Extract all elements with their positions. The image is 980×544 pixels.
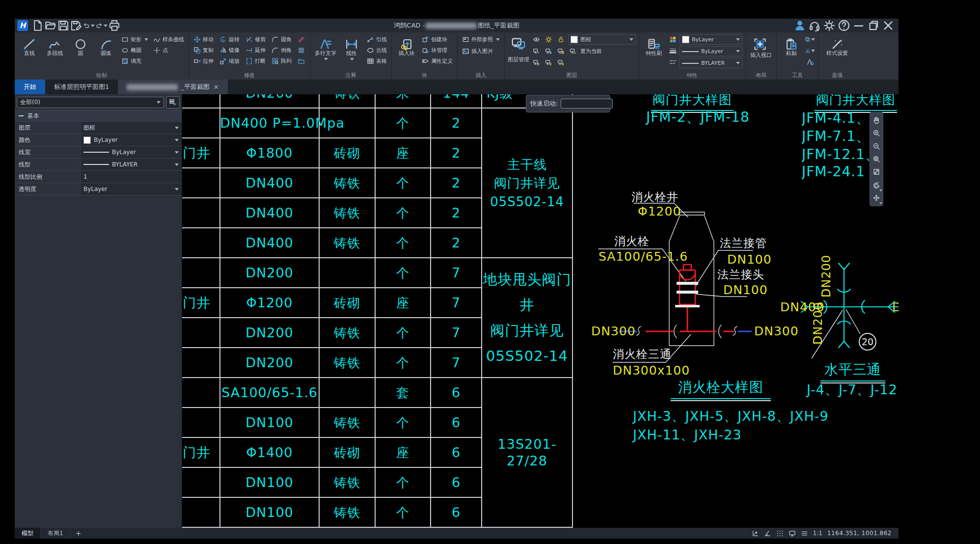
spline-button[interactable]: 样条曲线 — [152, 34, 186, 45]
orbit-icon[interactable] — [871, 180, 882, 190]
linetype-dropdown[interactable]: BYLAYER — [680, 58, 742, 68]
menu-icon[interactable] — [801, 530, 808, 537]
insert-block-button[interactable]: 插入块 — [395, 34, 418, 72]
attribute-define-button[interactable]: 属性定义 — [420, 56, 454, 66]
lineweight-dropdown[interactable]: ByLayer — [680, 46, 742, 56]
minimize-icon[interactable] — [852, 20, 865, 31]
linetype-value-dropdown[interactable]: BYLAYER — [81, 159, 182, 170]
color-dropdown[interactable]: ByLayer — [680, 34, 742, 45]
sun-icon[interactable] — [544, 35, 553, 45]
layer-off-icon[interactable] — [531, 46, 541, 56]
linetype-icon[interactable] — [668, 57, 678, 67]
set-current-button[interactable]: 置为当前 — [580, 48, 602, 55]
layer-walk-icon[interactable] — [556, 57, 566, 67]
layer-value-dropdown[interactable]: 图框 — [81, 122, 182, 134]
layer-isolate-icon[interactable] — [531, 57, 541, 67]
grid-icon[interactable] — [776, 530, 784, 537]
rectangle-blue-icon[interactable] — [296, 46, 306, 55]
zoom-window-icon[interactable] — [871, 154, 882, 164]
copy-button[interactable]: 复制 — [192, 45, 215, 55]
pen-icon[interactable] — [296, 35, 306, 45]
folder-icon[interactable] — [296, 56, 306, 66]
style-settings-button[interactable]: 样式设置 — [821, 34, 853, 72]
move-button[interactable]: 移动 — [192, 34, 215, 45]
eye-icon[interactable] — [531, 35, 541, 45]
paste-button[interactable]: 粘贴 — [780, 34, 803, 72]
insert-viewport-button[interactable]: 插入视口 — [749, 34, 773, 72]
polyline-button[interactable]: 多段线 — [43, 34, 67, 72]
point-button[interactable]: 点 — [152, 45, 186, 55]
layer-unisolate-icon[interactable] — [544, 57, 553, 67]
ellipse-button[interactable]: 椭圆 — [120, 45, 150, 55]
table-button[interactable]: 表格 — [365, 56, 388, 66]
layout1-tab[interactable]: 布局1 — [41, 528, 71, 539]
angle-icon[interactable] — [764, 530, 771, 537]
transparency-value-dropdown[interactable]: ByLayer — [81, 183, 182, 195]
color-value-dropdown[interactable]: ByLayer — [81, 134, 182, 146]
mtext-button[interactable]: 多行文字 — [313, 34, 338, 72]
display-icon[interactable] — [789, 530, 796, 537]
trim-button[interactable]: 修剪 — [244, 34, 267, 45]
lineweight-icon[interactable] — [668, 46, 678, 55]
rectangle-button[interactable]: 矩形 — [120, 34, 150, 45]
fillet-button[interactable]: 圆角 — [270, 34, 293, 45]
tab-start[interactable]: 开始 — [15, 80, 45, 94]
stretch-button[interactable]: 拉伸 — [192, 56, 215, 66]
xref-button[interactable]: 外部参照 — [461, 34, 501, 45]
open-icon[interactable] — [45, 20, 56, 31]
hatch-button[interactable]: 填充 — [120, 56, 150, 66]
match-properties-button[interactable]: 特性刷 — [642, 34, 666, 72]
quick-select-button[interactable] — [166, 96, 180, 109]
block-manager-button[interactable]: 块管理 — [420, 45, 454, 55]
zoom-out-icon[interactable] — [871, 141, 882, 152]
tab-plan-drawing[interactable]: 标准层照明平面图1 — [45, 80, 118, 94]
arc-button[interactable]: 圆弧 — [94, 34, 118, 72]
selection-filter-dropdown[interactable]: 全部(0) — [17, 97, 164, 108]
help-icon[interactable] — [838, 20, 850, 31]
drawing-canvas[interactable]: DN200铸铁米144KJ级DN400 P=1.0Mpa个2阀门井Φ1800砖砌… — [182, 94, 898, 528]
rotate-button[interactable]: 旋转 — [218, 34, 241, 45]
maximize-icon[interactable] — [867, 20, 880, 31]
scale-button[interactable]: 缩放 — [218, 56, 241, 66]
user-icon[interactable] — [793, 20, 806, 31]
redo-icon[interactable] — [96, 20, 108, 31]
array-button[interactable]: 阵列 — [270, 56, 293, 66]
layer-freeze-icon[interactable] — [544, 46, 553, 56]
line-button[interactable]: 直线 — [18, 34, 41, 72]
create-block-button[interactable]: 创建块 — [420, 34, 454, 45]
current-layer-dropdown[interactable]: 图框 — [568, 34, 636, 45]
insert-image-button[interactable]: 插入图片 — [461, 46, 501, 56]
scale-indicator[interactable]: 1:1 — [813, 530, 822, 537]
leader-button[interactable]: 引线 — [365, 34, 388, 45]
add-layout-button[interactable]: + — [71, 529, 86, 537]
lineweight-value-dropdown[interactable]: ByLayer — [81, 146, 182, 158]
color-palette-icon[interactable] — [668, 34, 678, 44]
new-file-icon[interactable] — [32, 20, 44, 31]
layer-set-current-icon[interactable] — [568, 46, 578, 56]
break-button[interactable]: 打断 — [244, 56, 267, 66]
zoom-extents-icon[interactable] — [871, 166, 882, 177]
save-icon[interactable] — [57, 20, 69, 31]
layer-manager-button[interactable]: 图层管理 — [508, 56, 529, 63]
copy-clip-icon[interactable] — [805, 34, 815, 44]
save-as-icon[interactable] — [70, 20, 82, 31]
pan-hand-icon[interactable] — [871, 115, 882, 126]
ucs-axes-icon[interactable] — [752, 530, 759, 537]
match-text-icon[interactable] — [805, 57, 815, 67]
linear-dim-button[interactable]: 线性 — [340, 34, 363, 72]
layer-manager-icon[interactable] — [511, 36, 526, 51]
close-icon[interactable] — [882, 20, 895, 31]
revcloud-button[interactable]: 云线 — [365, 45, 388, 55]
headset-icon[interactable] — [808, 20, 821, 31]
print-icon[interactable] — [109, 20, 120, 31]
quick-launch-input[interactable] — [561, 99, 613, 109]
undo-icon[interactable] — [83, 20, 95, 31]
tab-close-icon[interactable]: ✕ — [214, 83, 219, 91]
layer-lock-icon[interactable] — [556, 46, 566, 56]
move-axes-icon[interactable] — [871, 192, 882, 203]
settings-gear-icon[interactable] — [823, 20, 836, 31]
mirror-button[interactable]: 镜像 — [218, 45, 241, 55]
zoom-in-icon[interactable] — [871, 128, 882, 138]
section-basic[interactable]: 基本 — [15, 110, 182, 122]
lock-icon[interactable] — [556, 35, 566, 45]
